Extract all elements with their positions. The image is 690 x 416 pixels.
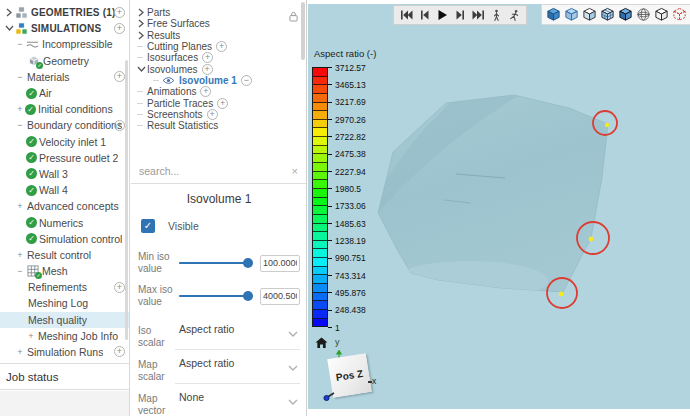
tree-item-simulation-runs[interactable]: +Simulation Runs+ xyxy=(0,344,129,360)
step-forward-button[interactable] xyxy=(452,7,468,23)
results-tree-item-free-surfaces[interactable]: Free Surfaces xyxy=(133,18,298,29)
results-tree-item-isovolume-1[interactable]: Isovolume 1− xyxy=(133,75,298,86)
expand-icon[interactable]: + xyxy=(15,347,25,357)
tree-item-incompressible[interactable]: −Incompressible xyxy=(0,36,129,52)
skip-to-first-button[interactable] xyxy=(398,7,414,23)
tree-item-numerics[interactable]: ✓Numerics xyxy=(0,214,129,230)
tree-item-simulation-control[interactable]: ✓Simulation control xyxy=(0,231,129,247)
add-button[interactable]: + xyxy=(114,7,125,18)
results-tree-item-screenshots[interactable]: Screenshots+ xyxy=(133,109,298,120)
search-input[interactable] xyxy=(139,165,292,177)
tree-item-result-control[interactable]: +Result control xyxy=(0,247,129,263)
expand-icon[interactable]: + xyxy=(26,331,36,341)
add-button[interactable]: + xyxy=(114,282,125,293)
map-vector-dropdown[interactable]: None xyxy=(175,391,300,416)
map-scalar-dropdown[interactable]: Aspect ratio xyxy=(175,357,300,384)
tree-item-label: Meshing Log xyxy=(28,297,88,309)
remove-button[interactable]: − xyxy=(241,75,252,86)
tree-item-advanced-concepts[interactable]: +Advanced concepts xyxy=(0,198,129,214)
visibility-eye-icon[interactable] xyxy=(162,76,175,85)
add-button[interactable]: + xyxy=(114,120,125,131)
surface-cube-button[interactable] xyxy=(581,7,597,23)
add-button[interactable]: + xyxy=(202,52,213,63)
tree-item-wall-3[interactable]: ✓Wall 3 xyxy=(0,166,129,182)
chevron-down-icon[interactable] xyxy=(137,65,146,73)
orientation-cube-label: Pos Z xyxy=(335,368,364,383)
tree-item-mesh-quality[interactable]: Mesh quality xyxy=(0,312,129,328)
tree-item-initial-conditions[interactable]: +✓Initial conditions xyxy=(0,101,129,117)
3d-viewport[interactable]: Aspect ratio (-) 3712.573465.133217.6929… xyxy=(308,4,690,409)
walk-person-button[interactable] xyxy=(488,7,504,23)
chevron-right-icon[interactable] xyxy=(4,8,14,17)
hidden-edges-cube-button[interactable] xyxy=(671,7,687,23)
legend-color-segment xyxy=(313,128,327,137)
max-iso-input[interactable] xyxy=(260,288,300,305)
results-tree-item-cutting-planes[interactable]: Cutting Planes+ xyxy=(133,41,298,52)
expand-icon[interactable]: + xyxy=(15,104,25,114)
add-button[interactable]: + xyxy=(114,23,125,34)
collapse-icon[interactable]: − xyxy=(15,120,25,130)
tree-item-mesh[interactable]: −✓Mesh xyxy=(0,263,129,279)
expand-icon[interactable]: + xyxy=(15,250,25,260)
tree-item-simulations[interactable]: SIMULATIONS+ xyxy=(0,20,129,36)
results-tree-item-results[interactable]: Results xyxy=(133,30,298,41)
min-iso-slider-handle[interactable] xyxy=(243,258,253,268)
min-iso-slider[interactable] xyxy=(179,256,253,270)
wireframe-sphere-button[interactable] xyxy=(635,7,651,23)
results-tree-item-animations[interactable]: Animations+ xyxy=(133,86,298,97)
tree-item-wall-4[interactable]: ✓Wall 4 xyxy=(0,182,129,198)
results-tree-item-particle-traces[interactable]: Particle Traces+ xyxy=(133,97,298,108)
iso-scalar-dropdown[interactable]: Aspect ratio xyxy=(175,323,300,350)
collapse-icon[interactable]: − xyxy=(15,266,25,276)
play-button[interactable] xyxy=(434,7,450,23)
shaded-edges-cube-button[interactable] xyxy=(617,7,633,23)
add-button[interactable]: + xyxy=(217,98,228,109)
wireframe-cube-button[interactable] xyxy=(653,7,669,23)
add-button[interactable]: + xyxy=(200,86,211,97)
expand-icon[interactable]: + xyxy=(15,201,25,211)
tree-item-geometry[interactable]: ✓Geometry xyxy=(0,53,129,69)
min-iso-input[interactable] xyxy=(260,255,300,272)
step-backward-button[interactable] xyxy=(416,7,432,23)
chevron-right-icon[interactable] xyxy=(137,19,146,28)
chevron-right-icon[interactable] xyxy=(137,31,146,40)
tree-item-air[interactable]: ✓Air xyxy=(0,85,129,101)
visible-checkbox[interactable]: ✓ xyxy=(141,219,155,233)
tree-item-geometries-1[interactable]: GEOMETRIES (1)+ xyxy=(0,4,129,20)
chevron-down-icon[interactable] xyxy=(4,24,14,32)
job-status-bar[interactable]: Job status xyxy=(0,363,129,390)
tree-item-materials[interactable]: −Materials+ xyxy=(0,69,129,85)
tree-item-velocity-inlet-1[interactable]: ✓Velocity inlet 1 xyxy=(0,134,129,150)
add-button[interactable]: + xyxy=(207,109,218,120)
lock-icon[interactable] xyxy=(289,8,298,26)
surface-mesh-cube-button[interactable] xyxy=(599,7,615,23)
run-person-button[interactable] xyxy=(506,7,522,23)
tree-item-pressure-outlet-2[interactable]: ✓Pressure outlet 2 xyxy=(0,150,129,166)
skip-to-last-button[interactable] xyxy=(470,7,486,23)
results-tree-item-parts[interactable]: Parts xyxy=(133,7,298,18)
add-button[interactable]: + xyxy=(114,346,125,357)
transparent-cube-button[interactable] xyxy=(563,7,579,23)
max-iso-slider[interactable] xyxy=(179,289,253,303)
iso-scalar-row: Iso scalar Aspect ratio xyxy=(138,323,300,350)
collapse-icon[interactable]: − xyxy=(15,72,25,82)
left-panel-scrollbar[interactable] xyxy=(125,60,128,340)
add-button[interactable]: + xyxy=(216,41,227,52)
results-tree-item-isovolumes[interactable]: Isovolumes+ xyxy=(133,63,298,74)
tree-item-meshing-job-info[interactable]: +Meshing Job Info xyxy=(0,328,129,344)
max-iso-slider-handle[interactable] xyxy=(243,291,253,301)
home-view-icon[interactable] xyxy=(315,335,328,353)
visible-label: Visible xyxy=(168,220,199,232)
tree-item-meshing-log[interactable]: Meshing Log xyxy=(0,295,129,311)
chevron-right-icon[interactable] xyxy=(137,8,146,17)
collapse-icon[interactable]: − xyxy=(15,39,25,49)
solid-cube-button[interactable] xyxy=(545,7,561,23)
add-button[interactable]: + xyxy=(114,71,125,82)
tree-item-boundary-conditions[interactable]: −Boundary conditions+ xyxy=(0,117,129,133)
results-tree-item-isosurfaces[interactable]: Isosurfaces+ xyxy=(133,52,298,63)
tree-item-refinements[interactable]: Refinements+ xyxy=(0,279,129,295)
add-button[interactable]: + xyxy=(202,64,213,75)
results-tree-item-result-statistics[interactable]: Result Statistics xyxy=(133,120,298,131)
clear-search-icon[interactable]: × xyxy=(292,165,298,177)
middle-panel-scrollbar[interactable] xyxy=(301,2,305,60)
